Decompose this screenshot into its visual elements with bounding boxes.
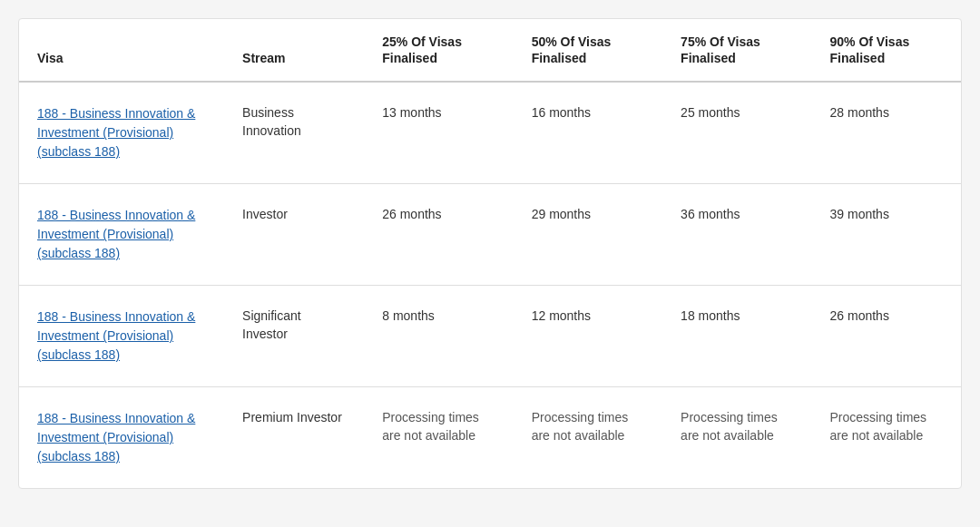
stream-cell: Significant Investor xyxy=(224,286,364,387)
col-header-p90: 90% Of Visas Finalised xyxy=(812,19,961,82)
p50-cell: 16 months xyxy=(514,82,662,184)
table-row: 188 - Business Innovation & Investment (… xyxy=(19,184,961,286)
p25-cell: 8 months xyxy=(364,286,513,387)
p25-cell: 26 months xyxy=(364,184,513,286)
table-row: 188 - Business Innovation & Investment (… xyxy=(19,82,961,184)
visa-link[interactable]: 188 - Business Innovation & Investment (… xyxy=(37,206,206,263)
p25-cell: Processing times are not available xyxy=(364,387,513,489)
p75-cell: Processing times are not available xyxy=(662,387,811,489)
visa-link[interactable]: 188 - Business Innovation & Investment (… xyxy=(37,307,206,365)
col-header-p50: 50% Of Visas Finalised xyxy=(514,19,662,82)
col-header-stream: Stream xyxy=(224,19,364,82)
table-row: 188 - Business Innovation & Investment (… xyxy=(19,286,961,387)
p90-cell: 28 months xyxy=(812,82,961,184)
p90-cell: 39 months xyxy=(812,184,961,286)
stream-cell: Business Innovation xyxy=(224,82,364,184)
p75-cell: 36 months xyxy=(662,184,811,286)
p75-cell: 18 months xyxy=(662,286,811,387)
p50-cell: 29 months xyxy=(514,184,662,286)
p50-cell: 12 months xyxy=(514,286,662,387)
col-header-visa: Visa xyxy=(19,19,224,82)
processing-times-table: Visa Stream 25% Of Visas Finalised 50% O… xyxy=(18,18,962,489)
visa-link[interactable]: 188 - Business Innovation & Investment (… xyxy=(37,409,206,466)
visa-link[interactable]: 188 - Business Innovation & Investment (… xyxy=(37,104,206,161)
p75-cell: 25 months xyxy=(662,82,811,184)
col-header-p75: 75% Of Visas Finalised xyxy=(662,19,811,82)
stream-cell: Premium Investor xyxy=(224,387,364,489)
p90-cell: 26 months xyxy=(812,286,961,387)
p90-cell: Processing times are not available xyxy=(812,387,961,489)
table-row: 188 - Business Innovation & Investment (… xyxy=(19,387,961,489)
col-header-p25: 25% Of Visas Finalised xyxy=(364,19,513,82)
p50-cell: Processing times are not available xyxy=(514,387,662,489)
stream-cell: Investor xyxy=(224,184,364,286)
p25-cell: 13 months xyxy=(364,82,513,184)
